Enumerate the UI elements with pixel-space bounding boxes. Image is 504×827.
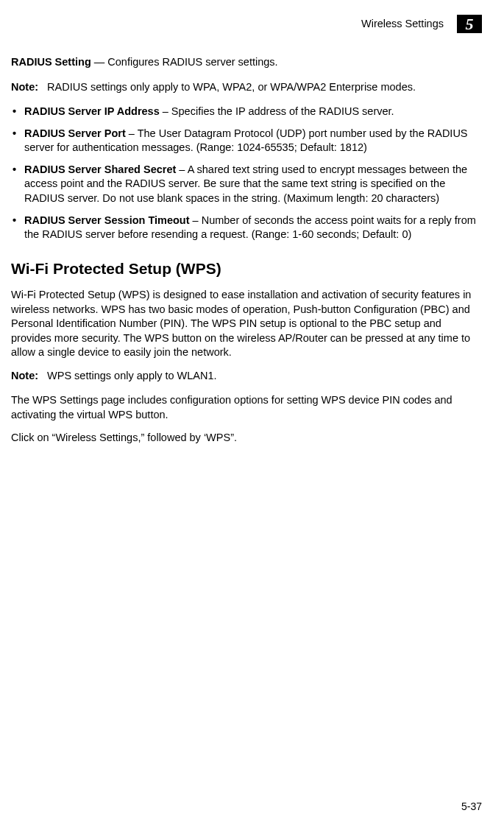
wps-note: Note: WPS settings only apply to WLAN1. [11, 369, 482, 384]
wps-heading: Wi-Fi Protected Setup (WPS) [11, 258, 482, 279]
wps-intro-paragraph: Wi-Fi Protected Setup (WPS) is designed … [11, 288, 482, 360]
page-header: Wireless Settings 5 [11, 15, 482, 33]
radius-note: Note: RADIUS settings only apply to WPA,… [11, 80, 482, 95]
list-item: RADIUS Server Shared Secret – A shared t… [11, 163, 482, 206]
note-text: RADIUS settings only apply to WPA, WPA2,… [47, 80, 482, 95]
list-item: RADIUS Server IP Address – Specifies the… [11, 105, 482, 119]
note-label: Note: [11, 369, 38, 384]
item-title: RADIUS Server Session Timeout [24, 214, 190, 226]
list-item: RADIUS Server Port – The User Datagram P… [11, 127, 482, 155]
item-title: RADIUS Server Port [24, 127, 126, 139]
radius-setting-description: — Configures RADIUS server settings. [91, 56, 278, 68]
wps-click-instruction: Click on “Wireless Settings,” followed b… [11, 431, 482, 446]
list-item: RADIUS Server Session Timeout – Number o… [11, 214, 482, 242]
page-number: 5-37 [461, 800, 482, 814]
header-title: Wireless Settings [361, 17, 444, 32]
radius-setting-label: RADIUS Setting [11, 56, 91, 68]
item-description: – Specifies the IP address of the RADIUS… [160, 105, 394, 117]
item-title: RADIUS Server Shared Secret [24, 163, 176, 175]
radius-settings-list: RADIUS Server IP Address – Specifies the… [11, 105, 482, 242]
wps-settings-paragraph: The WPS Settings page includes configura… [11, 393, 482, 422]
item-title: RADIUS Server IP Address [24, 105, 160, 117]
chapter-number-tab: 5 [457, 15, 482, 33]
note-text: WPS settings only apply to WLAN1. [47, 369, 482, 384]
note-label: Note: [11, 80, 38, 95]
radius-setting-intro: RADIUS Setting — Configures RADIUS serve… [11, 55, 482, 70]
